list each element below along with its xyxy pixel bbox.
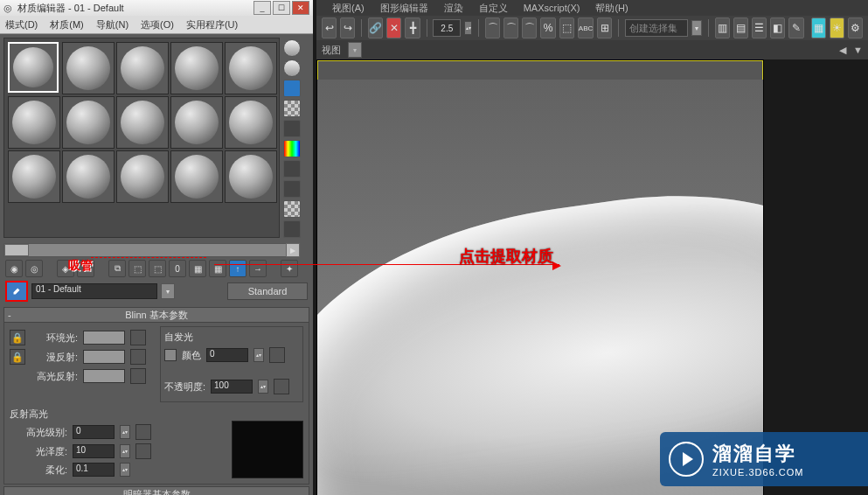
color-checkbox[interactable] (164, 349, 177, 361)
options-icon[interactable] (283, 180, 301, 198)
menu-item[interactable]: 渲染 (444, 2, 463, 15)
menu-item[interactable]: 导航(N) (96, 18, 128, 31)
menu-item[interactable]: 视图(A) (332, 2, 365, 15)
material-slot[interactable] (116, 150, 169, 203)
tool-btn[interactable]: ▦ (811, 17, 826, 38)
spinner-arrows[interactable]: ▴▾ (253, 348, 264, 362)
menu-item[interactable]: 实用程序(U) (186, 18, 238, 31)
material-slot[interactable] (225, 96, 277, 149)
minimize-button[interactable]: _ (253, 1, 271, 15)
material-slot[interactable] (8, 150, 60, 203)
map-btn[interactable] (130, 330, 146, 345)
tool-btn[interactable]: ↪ (340, 17, 355, 38)
make-preview-icon[interactable] (283, 160, 301, 178)
scroll-right-icon[interactable]: ▶ (286, 243, 300, 257)
axis-icon[interactable]: ╋ (405, 17, 420, 38)
map-btn[interactable] (135, 424, 151, 440)
menu-item[interactable]: 材质(M) (50, 18, 84, 31)
rollout-header[interactable]: -明暗器基本参数 (3, 486, 309, 495)
sample-checker-icon[interactable] (283, 100, 301, 117)
material-slot[interactable] (62, 96, 115, 149)
window-titlebar[interactable]: ◎ 材质编辑器 - 01 - Default _ ☐ ✕ (0, 0, 313, 16)
material-slot[interactable] (225, 42, 277, 94)
map-btn[interactable] (130, 349, 146, 365)
material-slot[interactable] (225, 150, 277, 203)
snap-toggle-icon[interactable]: % (540, 17, 555, 38)
tool-btn[interactable]: ↩ (322, 17, 337, 38)
material-slot[interactable] (170, 96, 223, 149)
rollout-header[interactable]: -Blinn 基本参数 (3, 307, 309, 323)
dropdown-arrow-icon[interactable]: ▾ (348, 42, 362, 58)
dropdown-arrow-icon[interactable]: ▾ (161, 283, 175, 299)
tool-btn[interactable]: ◧ (770, 17, 785, 38)
tool-btn[interactable]: ⚙ (848, 17, 863, 38)
snap-toggle-icon[interactable]: ⬚ (559, 17, 574, 38)
dropdown-arrow-icon[interactable]: ▾ (691, 20, 702, 36)
material-slot[interactable] (170, 42, 223, 94)
make-unique-icon[interactable]: ⬚ (128, 260, 146, 277)
spinner-input[interactable] (433, 19, 461, 37)
sample-uv-icon[interactable] (283, 120, 301, 137)
sample-type-icon[interactable] (283, 39, 301, 57)
menu-item[interactable]: 帮助(H) (595, 2, 628, 15)
go-forward-icon[interactable]: → (249, 260, 267, 277)
put-to-library-icon[interactable]: ⬚ (149, 260, 166, 277)
slots-scrollbar[interactable]: ▶ (3, 243, 287, 257)
video-check-icon[interactable] (283, 140, 301, 157)
menu-item[interactable]: 图形编辑器 (380, 2, 428, 15)
get-material-icon[interactable]: ◉ (5, 260, 23, 277)
snap-toggle-icon[interactable]: ABC (578, 17, 594, 38)
lock-icon[interactable]: 🔒 (10, 349, 25, 365)
map-btn[interactable] (135, 443, 151, 459)
link-tool-icon[interactable]: 🔗 (368, 17, 383, 38)
menu-item[interactable]: 自定义 (479, 2, 508, 15)
show-in-vp-icon[interactable]: ▦ (189, 260, 206, 277)
material-slot[interactable] (116, 42, 169, 94)
sample-bg-icon[interactable] (283, 80, 301, 97)
close-button[interactable]: ✕ (292, 1, 309, 15)
snap-toggle-icon[interactable]: ⊞ (597, 17, 612, 38)
make-copy-icon[interactable]: ⧉ (108, 260, 126, 277)
soften-input[interactable]: 0.1 (73, 463, 115, 477)
map-btn[interactable] (130, 368, 146, 384)
scrollbar-thumb[interactable] (4, 244, 29, 256)
material-slot[interactable] (8, 96, 60, 149)
snap-toggle-icon[interactable]: ⌒ (503, 17, 518, 38)
material-slot[interactable] (170, 150, 223, 203)
viewport[interactable] (316, 59, 764, 495)
spinner-arrows[interactable]: ▴▾ (258, 380, 268, 394)
material-type-button[interactable]: Standard (227, 282, 308, 300)
color-value-input[interactable]: 0 (206, 348, 248, 362)
map-btn[interactable] (274, 379, 289, 394)
spinner-arrows[interactable]: ▴▾ (464, 21, 472, 35)
snap-toggle-icon[interactable]: ⌒ (522, 17, 537, 38)
gloss-input[interactable]: 10 (73, 444, 115, 458)
diffuse-color-swatch[interactable] (83, 350, 125, 364)
go-to-parent-icon[interactable]: ↑ (229, 260, 247, 277)
snap-toggle-icon[interactable]: ⌒ (485, 17, 500, 38)
unlink-tool-icon[interactable]: ✕ (386, 17, 401, 38)
menu-item[interactable]: 模式(D) (5, 18, 38, 31)
material-slot[interactable] (116, 96, 169, 149)
map-btn[interactable] (269, 347, 285, 363)
tool-btn[interactable]: ☀ (830, 17, 844, 38)
spinner-arrows[interactable]: ▴▾ (120, 425, 130, 439)
spinner-arrows[interactable]: ▴▾ (120, 463, 130, 477)
tool-btn[interactable]: ✎ (788, 17, 803, 38)
show-end-result-icon[interactable]: ▦ (209, 260, 226, 277)
opacity-input[interactable]: 100 (211, 380, 253, 394)
selection-set-dropdown[interactable]: 创建选择集 (625, 19, 688, 37)
material-slot[interactable] (8, 42, 59, 93)
ambient-color-swatch[interactable] (83, 331, 125, 345)
sample-backlight-icon[interactable] (283, 59, 301, 77)
spinner-arrows[interactable]: ▴▾ (120, 444, 130, 458)
mirror-icon[interactable]: ▥ (715, 17, 730, 38)
maximize-button[interactable]: ☐ (273, 1, 290, 15)
lock-icon[interactable]: 🔒 (10, 330, 25, 345)
material-slot[interactable] (62, 150, 115, 203)
menu-item[interactable]: 选项(O) (141, 18, 174, 31)
material-id-icon[interactable]: 0 (169, 260, 186, 277)
material-name-input[interactable]: 01 - Default (31, 283, 157, 299)
menu-item[interactable]: MAXscript(X) (524, 3, 580, 13)
tool-icon[interactable]: ✦ (281, 260, 298, 277)
